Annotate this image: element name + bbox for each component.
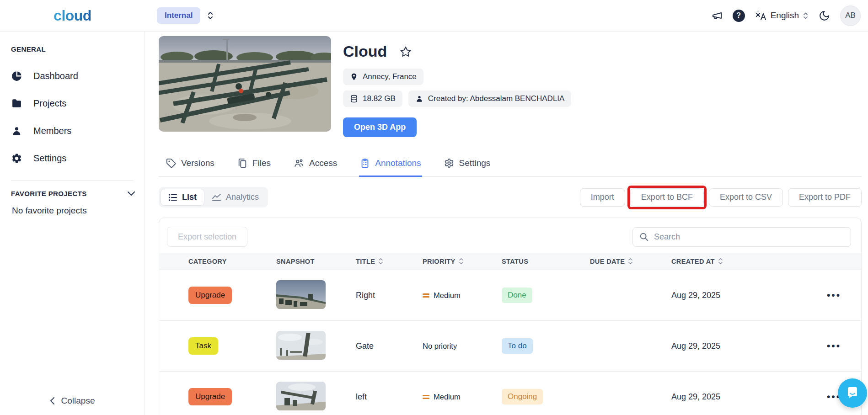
main-content: Cloud Annecy, France <box>145 32 868 415</box>
sidebar-item-label: Projects <box>33 98 66 109</box>
workspace-switcher-icon[interactable] <box>207 11 214 20</box>
location-pin-icon <box>350 73 358 81</box>
location-label: Annecy, France <box>363 72 417 81</box>
app-logo[interactable]: cloud <box>54 7 91 24</box>
topbar: cloud Internal ? English AB <box>0 0 868 32</box>
project-tabs: Versions Files Access Annotations <box>159 152 862 177</box>
created-by-label: Created by: Abdessalam BENCHADLIA <box>428 94 565 103</box>
user-avatar[interactable]: AB <box>840 5 861 26</box>
tab-label: Files <box>252 158 271 168</box>
tab-label: Access <box>309 158 337 168</box>
open-3d-app-button[interactable]: Open 3D App <box>343 117 417 137</box>
category-badge: Upgrade <box>188 287 232 304</box>
status-badge: To do <box>502 338 533 354</box>
snapshot-thumbnail[interactable] <box>276 382 326 410</box>
chart-icon <box>212 193 221 202</box>
export-bcf-highlight: Export to BCF <box>630 188 704 207</box>
translate-icon[interactable] <box>755 10 767 21</box>
table-row[interactable]: Task Gate No priority To do Aug 29, 2025… <box>159 320 861 371</box>
column-header-priority[interactable]: PRIORITY <box>419 258 498 265</box>
location-badge: Annecy, France <box>343 69 423 85</box>
help-icon[interactable]: ? <box>733 10 745 22</box>
export-csv-button[interactable]: Export to CSV <box>709 188 783 207</box>
sidebar-item-label: Members <box>33 126 71 136</box>
project-hero-image <box>159 36 331 132</box>
sidebar-section-general: GENERAL <box>0 45 145 53</box>
row-menu-button[interactable]: ••• <box>827 290 861 301</box>
tab-files[interactable]: Files <box>236 152 272 177</box>
export-bcf-button[interactable]: Export to BCF <box>630 188 704 207</box>
sort-icon <box>718 258 723 265</box>
workspace-badge[interactable]: Internal <box>157 7 200 24</box>
snapshot-thumbnail[interactable] <box>276 331 326 360</box>
user-icon <box>415 95 423 103</box>
view-analytics-label: Analytics <box>226 192 259 202</box>
annotation-title: Gate <box>352 341 419 351</box>
people-icon <box>294 158 304 168</box>
announcements-megaphone-icon[interactable] <box>712 10 723 21</box>
created-at-cell: Aug 29, 2025 <box>668 341 791 351</box>
annotation-title: Right <box>352 291 419 300</box>
favorites-empty-text: No favorite projects <box>0 206 145 216</box>
favorite-star-icon[interactable] <box>400 46 412 58</box>
collapse-sidebar-button[interactable]: Collapse <box>0 396 145 406</box>
chat-launcher-button[interactable] <box>838 378 867 408</box>
import-button[interactable]: Import <box>580 188 625 207</box>
sidebar-item-label: Settings <box>33 153 66 164</box>
list-icon <box>168 193 177 202</box>
table-header: CATEGORY SNAPSHOT TITLE PRIORITY STATUS … <box>159 253 861 270</box>
language-label[interactable]: English <box>771 11 799 21</box>
view-toggle: List Analytics <box>159 187 268 208</box>
sidebar-item-projects[interactable]: Projects <box>0 90 145 117</box>
project-size-label: 18.82 GB <box>363 94 396 103</box>
gear-icon <box>444 158 454 168</box>
language-switcher-icon[interactable] <box>803 12 809 20</box>
snapshot-thumbnail[interactable] <box>276 280 326 309</box>
row-menu-button[interactable]: ••• <box>827 341 861 351</box>
tab-settings[interactable]: Settings <box>443 152 492 177</box>
chat-bubble-icon <box>846 386 859 400</box>
table-row[interactable]: Upgrade left Medium Ongoing Aug 29, 2025… <box>159 371 861 415</box>
view-analytics-button[interactable]: Analytics <box>204 189 266 206</box>
tab-label: Settings <box>459 158 491 168</box>
category-badge: Task <box>188 337 218 355</box>
sidebar-item-settings[interactable]: Settings <box>0 144 145 172</box>
table-row[interactable]: Upgrade Right Medium Done Aug 29, 2025 •… <box>159 270 861 320</box>
dark-mode-moon-icon[interactable] <box>819 10 830 21</box>
project-title: Cloud <box>343 43 387 60</box>
export-selection-button[interactable]: Export selection <box>167 227 247 247</box>
column-header-created-at[interactable]: CREATED AT <box>668 258 791 265</box>
priority-medium-icon <box>423 394 429 400</box>
column-header-due-date[interactable]: DUE DATE <box>586 258 668 265</box>
sidebar-item-label: Dashboard <box>33 71 78 81</box>
search-icon <box>639 232 649 242</box>
sidebar-item-dashboard[interactable]: Dashboard <box>0 62 145 90</box>
column-header-snapshot: SNAPSHOT <box>273 258 352 265</box>
status-badge: Ongoing <box>502 389 543 404</box>
sidebar-item-members[interactable]: Members <box>0 117 145 144</box>
tab-versions[interactable]: Versions <box>165 152 215 177</box>
folder-icon <box>11 98 22 109</box>
favorites-section-header[interactable]: FAVORITE PROJECTS <box>0 190 145 197</box>
project-size-badge: 18.82 GB <box>343 90 402 107</box>
tag-icon <box>166 158 176 168</box>
tab-label: Annotations <box>375 158 421 168</box>
column-header-title[interactable]: TITLE <box>352 258 419 265</box>
logo-area: cloud <box>0 7 145 24</box>
search-input[interactable] <box>632 227 851 247</box>
annotation-title: left <box>352 392 419 402</box>
chevron-down-icon <box>127 191 135 197</box>
sort-icon <box>378 258 383 265</box>
view-list-button[interactable]: List <box>161 189 204 206</box>
files-icon <box>237 158 247 168</box>
sort-icon <box>459 258 464 265</box>
created-at-cell: Aug 29, 2025 <box>668 392 791 402</box>
chevron-left-icon <box>50 397 55 405</box>
tab-annotations[interactable]: Annotations <box>359 152 422 177</box>
gear-icon <box>11 153 22 164</box>
export-pdf-button[interactable]: Export to PDF <box>788 188 862 207</box>
priority-medium-icon <box>423 292 429 299</box>
created-by-badge: Created by: Abdessalam BENCHADLIA <box>408 90 572 107</box>
status-badge: Done <box>502 287 532 303</box>
tab-access[interactable]: Access <box>293 152 338 177</box>
